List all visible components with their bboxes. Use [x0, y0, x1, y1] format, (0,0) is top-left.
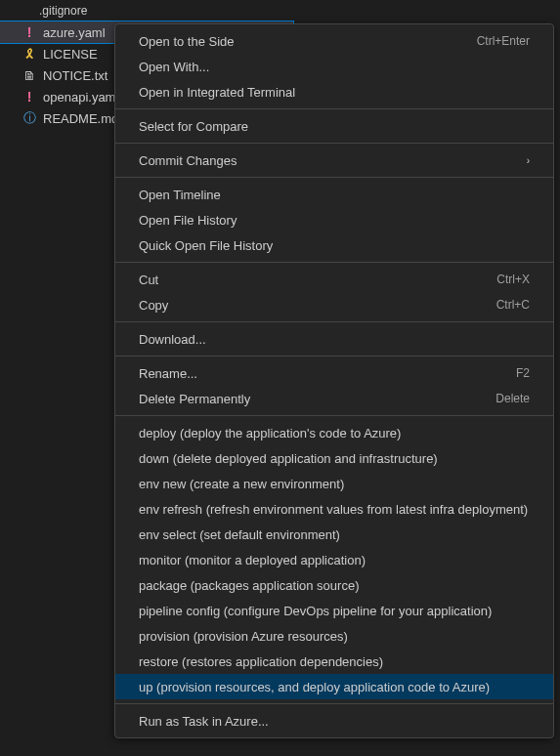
menu-label: Open File History — [139, 213, 237, 228]
menu-item-pipeline-config-configure-devops-pipelin[interactable]: pipeline config (configure DevOps pipeli… — [115, 598, 553, 623]
menu-label: Open With... — [139, 60, 209, 74]
menu-item-restore-restores-application-dependencie[interactable]: restore (restores application dependenci… — [115, 649, 553, 674]
menu-divider — [115, 356, 553, 357]
menu-label: env select (set default environment) — [139, 527, 340, 542]
menu-label: package (packages application source) — [139, 578, 359, 593]
menu-label: Rename... — [139, 366, 197, 381]
menu-divider — [115, 108, 553, 109]
menu-item-download[interactable]: Download... — [115, 326, 553, 352]
menu-item-copy[interactable]: CopyCtrl+C — [115, 292, 553, 317]
menu-label: up (provision resources, and deploy appl… — [139, 680, 490, 694]
menu-label: Open Timeline — [139, 188, 221, 202]
menu-shortcut: Delete — [495, 392, 530, 405]
menu-item-open-to-the-side[interactable]: Open to the SideCtrl+Enter — [115, 28, 553, 54]
file-label: LICENSE — [43, 47, 98, 62]
menu-divider — [115, 415, 553, 416]
menu-shortcut: Ctrl+X — [496, 273, 530, 286]
menu-item-open-in-integrated-terminal[interactable]: Open in Integrated Terminal — [115, 79, 553, 105]
menu-item-rename[interactable]: Rename...F2 — [115, 360, 553, 386]
menu-shortcut: F2 — [516, 366, 530, 380]
menu-label: Open to the Side — [139, 34, 235, 49]
file-label: openapi.yam — [43, 90, 115, 105]
menu-item-down-delete-deployed-application-and-inf[interactable]: down (delete deployed application and in… — [115, 445, 553, 471]
menu-shortcut: Ctrl+C — [496, 298, 530, 312]
menu-item-delete-permanently[interactable]: Delete PermanentlyDelete — [115, 386, 553, 411]
menu-item-deploy-deploy-the-application-s-code-to-[interactable]: deploy (deploy the application's code to… — [115, 420, 553, 445]
menu-label: monitor (monitor a deployed application) — [139, 553, 366, 567]
menu-item-monitor-monitor-a-deployed-application[interactable]: monitor (monitor a deployed application) — [115, 547, 553, 572]
menu-item-env-new-create-a-new-environment[interactable]: env new (create a new environment) — [115, 471, 553, 496]
menu-item-open-file-history[interactable]: Open File History — [115, 207, 553, 232]
info-icon: ⓘ — [22, 110, 37, 126]
menu-item-run-as-task-in-azure[interactable]: Run as Task in Azure... — [115, 708, 553, 734]
menu-label: down (delete deployed application and in… — [139, 451, 438, 466]
menu-label: pipeline config (configure DevOps pipeli… — [139, 604, 492, 618]
file-label: NOTICE.txt — [43, 68, 108, 83]
menu-item-package-packages-application-source[interactable]: package (packages application source) — [115, 572, 553, 598]
yaml-icon: ! — [22, 24, 37, 40]
menu-divider — [115, 262, 553, 263]
menu-divider — [115, 177, 553, 178]
txt-icon: 🗎 — [22, 67, 37, 83]
menu-item-quick-open-file-history[interactable]: Quick Open File History — [115, 232, 553, 258]
menu-label: deploy (deploy the application's code to… — [139, 426, 401, 441]
menu-label: provision (provision Azure resources) — [139, 629, 348, 644]
menu-item-up-provision-resources-and-deploy-applic[interactable]: up (provision resources, and deploy appl… — [115, 674, 553, 699]
menu-item-cut[interactable]: CutCtrl+X — [115, 267, 553, 292]
menu-item-provision-provision-azure-resources[interactable]: provision (provision Azure resources) — [115, 623, 553, 649]
menu-label: env new (create a new environment) — [139, 477, 344, 491]
file-label: README.md — [43, 111, 118, 126]
chevron-right-icon: › — [527, 155, 530, 166]
file-label: azure.yaml — [43, 25, 106, 40]
menu-item-open-with[interactable]: Open With... — [115, 54, 553, 79]
menu-shortcut: Ctrl+Enter — [477, 34, 530, 48]
menu-item-commit-changes[interactable]: Commit Changes› — [115, 147, 553, 173]
menu-label: Delete Permanently — [139, 392, 250, 406]
menu-item-env-refresh-refresh-environment-values-f[interactable]: env refresh (refresh environment values … — [115, 496, 553, 522]
yaml-icon: ! — [22, 89, 37, 105]
menu-label: Open in Integrated Terminal — [139, 85, 295, 100]
menu-divider — [115, 143, 553, 144]
menu-divider — [115, 703, 553, 704]
menu-divider — [115, 321, 553, 322]
menu-label: Quick Open File History — [139, 238, 273, 253]
menu-label: Cut — [139, 273, 158, 287]
menu-label: env refresh (refresh environment values … — [139, 502, 528, 517]
menu-label: Run as Task in Azure... — [139, 714, 269, 729]
menu-label: restore (restores application dependenci… — [139, 654, 383, 669]
menu-item-select-for-compare[interactable]: Select for Compare — [115, 113, 553, 139]
menu-label: Select for Compare — [139, 119, 248, 134]
menu-label: Commit Changes — [139, 153, 237, 168]
license-icon: 🎗 — [22, 46, 37, 62]
menu-item-env-select-set-default-environment[interactable]: env select (set default environment) — [115, 522, 553, 547]
context-menu: Open to the SideCtrl+EnterOpen With...Op… — [114, 23, 554, 738]
menu-item-open-timeline[interactable]: Open Timeline — [115, 182, 553, 207]
file-item-gitignore[interactable]: .gitignore — [0, 0, 293, 21]
menu-label: Download... — [139, 332, 206, 347]
menu-label: Copy — [139, 298, 168, 313]
